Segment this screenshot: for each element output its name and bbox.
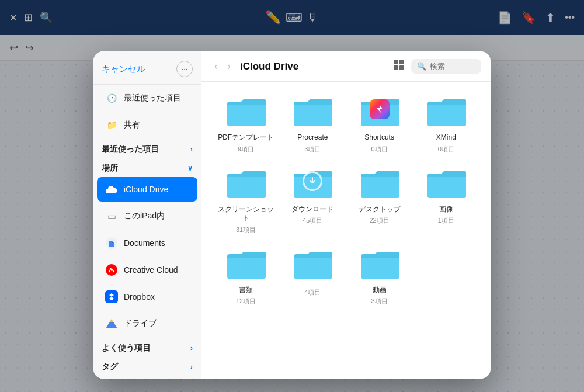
file-count-downloads: 45項目 — [303, 216, 322, 225]
search-input[interactable] — [430, 62, 477, 71]
file-item-pdf[interactable]: PDFテンプレート 9項目 — [215, 93, 276, 154]
sidebar-item-drive[interactable]: ドライブ — [97, 311, 197, 336]
documents-icon — [105, 237, 118, 249]
file-item-downloads[interactable]: ダウンロード 45項目 — [282, 165, 343, 234]
file-count-unnamed: 4項目 — [304, 288, 321, 297]
main-content: ‹ › iCloud Drive 🔍 — [201, 51, 491, 379]
recent-arrow-icon: › — [190, 145, 193, 154]
folder-icon-images — [425, 165, 467, 200]
main-header: ‹ › iCloud Drive 🔍 — [201, 51, 491, 82]
tags-arrow-icon: › — [190, 363, 193, 371]
view-toggle-button[interactable] — [392, 58, 405, 74]
path-title: iCloud Drive — [240, 61, 298, 72]
drive-label: ドライブ — [124, 318, 157, 329]
file-item-unnamed[interactable]: 4項目 — [282, 246, 343, 306]
icloud-label: iCloud Drive — [124, 185, 168, 194]
folder-icon-desktop — [359, 165, 401, 200]
file-count-desktop: 22項目 — [370, 216, 390, 225]
file-count-screenshots: 31項目 — [236, 226, 256, 234]
favorites-arrow-icon: › — [190, 344, 193, 352]
creative-cloud-label: Creative Cloud — [124, 265, 178, 275]
sidebar-item-creative-cloud[interactable]: Creative Cloud — [97, 258, 197, 282]
file-item-shortcuts[interactable]: Shortcuts 0項目 — [349, 93, 410, 154]
sidebar-item-ipad[interactable]: ▭ このiPad内 — [97, 204, 197, 228]
file-count-xmind: 0項目 — [438, 145, 454, 154]
svg-rect-10 — [394, 65, 398, 70]
tags-section-title: タグ — [102, 362, 118, 372]
icloud-icon — [105, 183, 118, 196]
recent-section-title: 最近使った項目 — [102, 144, 159, 155]
folder-icon-shortcuts — [359, 93, 401, 129]
file-name-videos: 動画 — [373, 286, 387, 295]
folder-icon-books — [225, 246, 267, 281]
file-item-screenshots[interactable]: スクリーンショット 31項目 — [215, 165, 276, 234]
sidebar-header: キャンセル ··· — [93, 51, 201, 85]
svg-rect-8 — [394, 60, 398, 64]
file-count-pdf: 9項目 — [238, 145, 254, 154]
nav-buttons: ‹ › — [211, 59, 234, 74]
file-count-books: 12項目 — [236, 297, 256, 306]
file-item-books[interactable]: 書類 12項目 — [215, 246, 276, 306]
file-name-downloads: ダウンロード — [291, 205, 333, 214]
file-name-images: 画像 — [439, 205, 453, 214]
file-count-images: 1項目 — [438, 216, 454, 225]
shared-folder-icon: 📁 — [105, 119, 118, 131]
clock-icon: 🕐 — [105, 92, 118, 105]
location-section-header: 場所 ∨ — [93, 157, 201, 176]
svg-rect-9 — [399, 60, 404, 64]
sidebar-item-documents[interactable]: Documents — [97, 231, 197, 255]
folder-icon-xmind — [425, 93, 467, 129]
file-item-images[interactable]: 画像 1項目 — [416, 165, 477, 234]
file-count-videos: 3項目 — [371, 297, 388, 306]
tags-section-header: タグ › — [93, 356, 201, 374]
file-item-videos[interactable]: 動画 3項目 — [349, 246, 410, 306]
file-name-shortcuts: Shortcuts — [364, 133, 394, 143]
search-box: 🔍 — [411, 59, 481, 74]
folder-icon-pdf — [225, 93, 267, 129]
sidebar-recent-label: 最近使った項目 — [124, 93, 181, 103]
file-item-xmind[interactable]: XMind 0項目 — [416, 93, 477, 154]
drive-icon — [105, 317, 118, 330]
back-button[interactable]: ‹ — [211, 59, 221, 74]
file-name-procreate: Procreate — [297, 133, 328, 143]
location-arrow-icon: ∨ — [187, 164, 193, 172]
file-name-xmind: XMind — [436, 133, 456, 143]
forward-button[interactable]: › — [224, 59, 234, 74]
file-picker-modal: キャンセル ··· 🕐 最近使った項目 📁 共有 最近使った項目 › 場所 ∨ … — [93, 51, 491, 379]
favorites-section-header: よく使う項目 › — [93, 337, 201, 356]
file-item-desktop[interactable]: デスクトップ 22項目 — [349, 165, 410, 234]
sidebar: キャンセル ··· 🕐 最近使った項目 📁 共有 最近使った項目 › 場所 ∨ … — [93, 51, 201, 379]
sidebar-more-button[interactable]: ··· — [176, 61, 193, 77]
folder-icon-screenshots — [225, 165, 267, 200]
svg-rect-11 — [399, 65, 404, 70]
dropbox-label: Dropbox — [124, 292, 155, 301]
svg-marker-7 — [106, 322, 117, 328]
dropbox-icon — [105, 290, 118, 303]
ipad-icon: ▭ — [105, 210, 118, 223]
creative-cloud-icon — [105, 263, 118, 276]
search-icon: 🔍 — [417, 62, 426, 71]
sidebar-shared-label: 共有 — [124, 120, 140, 130]
file-count-shortcuts: 0項目 — [371, 145, 388, 154]
file-name-desktop: デスクトップ — [359, 205, 401, 214]
favorites-section-title: よく使う項目 — [102, 343, 151, 353]
file-count-procreate: 3項目 — [304, 145, 321, 154]
file-name-pdf: PDFテンプレート — [218, 133, 274, 143]
recent-section-header: 最近使った項目 › — [93, 138, 201, 157]
files-grid: PDFテンプレート 9項目 Procreate 3項目 — [201, 82, 491, 379]
sidebar-item-dropbox[interactable]: Dropbox — [97, 285, 197, 309]
cancel-button[interactable]: キャンセル — [102, 64, 145, 75]
file-item-procreate[interactable]: Procreate 3項目 — [282, 93, 343, 154]
sidebar-item-icloud[interactable]: iCloud Drive — [97, 177, 197, 202]
svg-rect-2 — [105, 290, 118, 303]
location-section-title: 場所 — [102, 163, 118, 174]
file-name-screenshots: スクリーンショット — [215, 205, 276, 223]
folder-icon-procreate — [291, 93, 333, 129]
ipad-label: このiPad内 — [124, 211, 165, 221]
sidebar-item-shared[interactable]: 📁 共有 — [97, 113, 197, 137]
folder-icon-downloads — [291, 165, 333, 200]
sidebar-item-recent[interactable]: 🕐 最近使った項目 — [97, 86, 197, 110]
documents-label: Documents — [124, 238, 165, 248]
folder-icon-unnamed — [291, 246, 333, 281]
folder-icon-videos — [359, 246, 401, 281]
